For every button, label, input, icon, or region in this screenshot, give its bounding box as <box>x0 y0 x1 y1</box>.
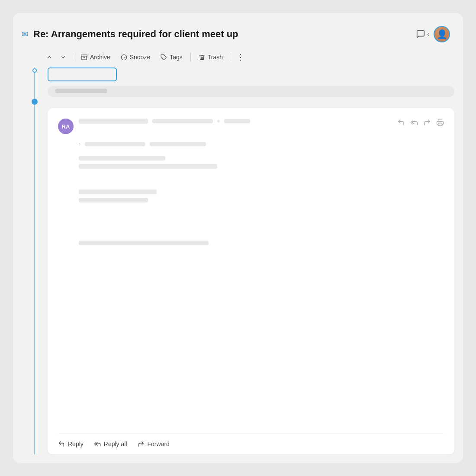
svg-rect-0 <box>81 55 87 56</box>
separator-2 <box>190 53 191 61</box>
separator-1 <box>73 53 73 61</box>
header-right: ‹ <box>416 26 450 42</box>
reply-icon[interactable] <box>397 119 405 129</box>
reply-button[interactable]: Reply <box>58 441 84 447</box>
main-content: RA <box>22 68 454 454</box>
reply-all-button-icon <box>94 441 101 447</box>
sender-row: RA <box>58 119 444 134</box>
reply-all-button[interactable]: Reply all <box>94 441 127 447</box>
sender-email-skeleton <box>152 119 213 123</box>
sender-name-skeleton <box>79 119 148 124</box>
expand-cc-skeleton <box>150 142 206 146</box>
expand-chevron[interactable]: › <box>79 141 80 147</box>
dot-sep <box>217 120 220 122</box>
collapsed-thread-text <box>55 89 107 93</box>
sender-name-row <box>79 119 250 124</box>
body-spacer-2 <box>79 209 444 235</box>
body-group-2 <box>79 190 444 203</box>
chat-icon <box>416 29 425 39</box>
email-title: Re: Arrangements required for client mee… <box>33 29 238 40</box>
expand-row: › <box>79 141 444 147</box>
tags-button[interactable]: Tags <box>156 51 187 63</box>
timeline-line <box>34 68 35 454</box>
header-left: ✉ Re: Arrangements required for client m… <box>22 29 238 40</box>
email-actions <box>397 119 444 129</box>
forward-button[interactable]: Forward <box>138 441 170 447</box>
next-button[interactable] <box>57 51 69 63</box>
snooze-button[interactable]: Snooze <box>116 51 154 63</box>
chevron-left-icon: ‹ <box>427 31 429 38</box>
body-group-1 <box>79 156 444 169</box>
sender-details <box>79 119 250 124</box>
reply-bar: Reply Reply all Forward <box>58 433 444 454</box>
sender-time-skeleton <box>224 119 250 123</box>
body-line-4 <box>79 198 148 203</box>
forward-button-icon <box>138 441 145 447</box>
timeline <box>22 68 48 454</box>
collapsed-thread[interactable] <box>48 86 454 97</box>
forward-icon[interactable] <box>423 119 431 129</box>
svg-rect-4 <box>438 123 442 126</box>
expand-to-skeleton <box>85 142 145 146</box>
sender-avatar: RA <box>58 119 74 134</box>
body-line-1 <box>79 156 165 161</box>
thread-tag[interactable] <box>48 68 117 81</box>
timeline-dot-top <box>32 68 37 73</box>
reply-button-icon <box>58 441 65 447</box>
prev-button[interactable] <box>43 51 55 63</box>
chat-icon-btn[interactable]: ‹ <box>416 29 429 39</box>
archive-button[interactable]: Archive <box>77 51 115 63</box>
avatar <box>434 26 450 42</box>
right-section: RA <box>48 68 454 454</box>
timeline-dot-active <box>32 99 38 105</box>
mail-icon: ✉ <box>22 29 28 39</box>
body-line-2 <box>79 164 217 169</box>
body-group-3 <box>79 241 444 245</box>
email-card: RA <box>48 108 454 454</box>
print-icon[interactable] <box>436 119 444 129</box>
separator-3 <box>231 53 231 61</box>
more-button[interactable]: ⋮ <box>235 51 247 63</box>
reply-all-icon[interactable] <box>410 119 418 129</box>
sender-info: RA <box>58 119 250 134</box>
email-body <box>58 156 444 426</box>
body-line-5 <box>79 241 209 245</box>
body-spacer-1 <box>79 175 444 183</box>
body-line-3 <box>79 190 157 194</box>
email-header: ✉ Re: Arrangements required for client m… <box>22 22 454 47</box>
trash-button[interactable]: Trash <box>194 51 227 63</box>
toolbar: Archive Snooze Tags Trash ⋮ <box>43 48 454 68</box>
